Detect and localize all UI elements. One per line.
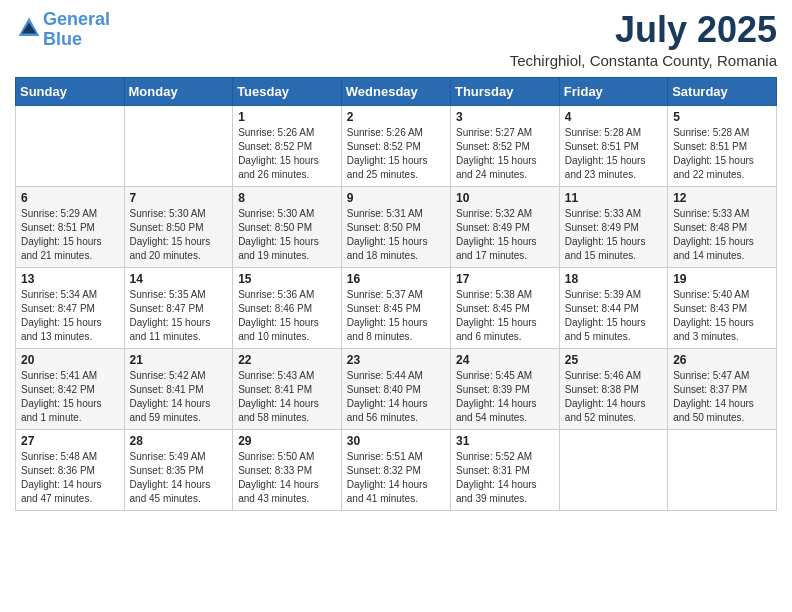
calendar-cell [559, 429, 667, 510]
logo-name2: Blue [43, 30, 110, 50]
cell-daylight-info: Sunrise: 5:47 AM Sunset: 8:37 PM Dayligh… [673, 369, 771, 425]
calendar-cell: 7Sunrise: 5:30 AM Sunset: 8:50 PM Daylig… [124, 186, 233, 267]
day-number: 28 [130, 434, 228, 448]
month-year-title: July 2025 [510, 10, 777, 50]
calendar-table: SundayMondayTuesdayWednesdayThursdayFrid… [15, 77, 777, 511]
calendar-cell: 16Sunrise: 5:37 AM Sunset: 8:45 PM Dayli… [341, 267, 450, 348]
calendar-week-row: 20Sunrise: 5:41 AM Sunset: 8:42 PM Dayli… [16, 348, 777, 429]
calendar-cell: 23Sunrise: 5:44 AM Sunset: 8:40 PM Dayli… [341, 348, 450, 429]
day-number: 2 [347, 110, 445, 124]
calendar-cell: 11Sunrise: 5:33 AM Sunset: 8:49 PM Dayli… [559, 186, 667, 267]
day-number: 23 [347, 353, 445, 367]
calendar-cell [16, 105, 125, 186]
cell-daylight-info: Sunrise: 5:30 AM Sunset: 8:50 PM Dayligh… [238, 207, 336, 263]
logo-name: General [43, 10, 110, 30]
day-number: 20 [21, 353, 119, 367]
cell-daylight-info: Sunrise: 5:33 AM Sunset: 8:49 PM Dayligh… [565, 207, 662, 263]
day-number: 15 [238, 272, 336, 286]
cell-daylight-info: Sunrise: 5:44 AM Sunset: 8:40 PM Dayligh… [347, 369, 445, 425]
calendar-cell [668, 429, 777, 510]
calendar-cell: 31Sunrise: 5:52 AM Sunset: 8:31 PM Dayli… [450, 429, 559, 510]
day-number: 6 [21, 191, 119, 205]
location-subtitle: Techirghiol, Constanta County, Romania [510, 52, 777, 69]
calendar-cell [124, 105, 233, 186]
calendar-cell: 27Sunrise: 5:48 AM Sunset: 8:36 PM Dayli… [16, 429, 125, 510]
day-number: 31 [456, 434, 554, 448]
calendar-cell: 12Sunrise: 5:33 AM Sunset: 8:48 PM Dayli… [668, 186, 777, 267]
day-number: 21 [130, 353, 228, 367]
day-number: 13 [21, 272, 119, 286]
calendar-cell: 4Sunrise: 5:28 AM Sunset: 8:51 PM Daylig… [559, 105, 667, 186]
cell-daylight-info: Sunrise: 5:26 AM Sunset: 8:52 PM Dayligh… [238, 126, 336, 182]
calendar-cell: 22Sunrise: 5:43 AM Sunset: 8:41 PM Dayli… [233, 348, 342, 429]
day-of-week-header: Wednesday [341, 77, 450, 105]
calendar-cell: 19Sunrise: 5:40 AM Sunset: 8:43 PM Dayli… [668, 267, 777, 348]
cell-daylight-info: Sunrise: 5:26 AM Sunset: 8:52 PM Dayligh… [347, 126, 445, 182]
day-number: 26 [673, 353, 771, 367]
cell-daylight-info: Sunrise: 5:48 AM Sunset: 8:36 PM Dayligh… [21, 450, 119, 506]
day-number: 11 [565, 191, 662, 205]
calendar-cell: 8Sunrise: 5:30 AM Sunset: 8:50 PM Daylig… [233, 186, 342, 267]
calendar-cell: 1Sunrise: 5:26 AM Sunset: 8:52 PM Daylig… [233, 105, 342, 186]
day-of-week-header: Tuesday [233, 77, 342, 105]
calendar-week-row: 6Sunrise: 5:29 AM Sunset: 8:51 PM Daylig… [16, 186, 777, 267]
day-number: 24 [456, 353, 554, 367]
calendar-cell: 20Sunrise: 5:41 AM Sunset: 8:42 PM Dayli… [16, 348, 125, 429]
calendar-cell: 24Sunrise: 5:45 AM Sunset: 8:39 PM Dayli… [450, 348, 559, 429]
calendar-cell: 3Sunrise: 5:27 AM Sunset: 8:52 PM Daylig… [450, 105, 559, 186]
cell-daylight-info: Sunrise: 5:45 AM Sunset: 8:39 PM Dayligh… [456, 369, 554, 425]
day-number: 17 [456, 272, 554, 286]
calendar-cell: 21Sunrise: 5:42 AM Sunset: 8:41 PM Dayli… [124, 348, 233, 429]
day-number: 9 [347, 191, 445, 205]
cell-daylight-info: Sunrise: 5:52 AM Sunset: 8:31 PM Dayligh… [456, 450, 554, 506]
day-number: 5 [673, 110, 771, 124]
cell-daylight-info: Sunrise: 5:43 AM Sunset: 8:41 PM Dayligh… [238, 369, 336, 425]
cell-daylight-info: Sunrise: 5:28 AM Sunset: 8:51 PM Dayligh… [565, 126, 662, 182]
cell-daylight-info: Sunrise: 5:35 AM Sunset: 8:47 PM Dayligh… [130, 288, 228, 344]
cell-daylight-info: Sunrise: 5:50 AM Sunset: 8:33 PM Dayligh… [238, 450, 336, 506]
title-area: July 2025 Techirghiol, Constanta County,… [510, 10, 777, 69]
cell-daylight-info: Sunrise: 5:37 AM Sunset: 8:45 PM Dayligh… [347, 288, 445, 344]
cell-daylight-info: Sunrise: 5:32 AM Sunset: 8:49 PM Dayligh… [456, 207, 554, 263]
day-number: 27 [21, 434, 119, 448]
day-number: 10 [456, 191, 554, 205]
logo: General Blue [15, 10, 110, 50]
cell-daylight-info: Sunrise: 5:33 AM Sunset: 8:48 PM Dayligh… [673, 207, 771, 263]
day-of-week-header: Sunday [16, 77, 125, 105]
cell-daylight-info: Sunrise: 5:30 AM Sunset: 8:50 PM Dayligh… [130, 207, 228, 263]
calendar-cell: 26Sunrise: 5:47 AM Sunset: 8:37 PM Dayli… [668, 348, 777, 429]
cell-daylight-info: Sunrise: 5:40 AM Sunset: 8:43 PM Dayligh… [673, 288, 771, 344]
calendar-cell: 15Sunrise: 5:36 AM Sunset: 8:46 PM Dayli… [233, 267, 342, 348]
cell-daylight-info: Sunrise: 5:31 AM Sunset: 8:50 PM Dayligh… [347, 207, 445, 263]
day-number: 7 [130, 191, 228, 205]
calendar-header-row: SundayMondayTuesdayWednesdayThursdayFrid… [16, 77, 777, 105]
calendar-cell: 9Sunrise: 5:31 AM Sunset: 8:50 PM Daylig… [341, 186, 450, 267]
cell-daylight-info: Sunrise: 5:36 AM Sunset: 8:46 PM Dayligh… [238, 288, 336, 344]
calendar-cell: 30Sunrise: 5:51 AM Sunset: 8:32 PM Dayli… [341, 429, 450, 510]
calendar-cell: 14Sunrise: 5:35 AM Sunset: 8:47 PM Dayli… [124, 267, 233, 348]
cell-daylight-info: Sunrise: 5:27 AM Sunset: 8:52 PM Dayligh… [456, 126, 554, 182]
page-header: General Blue July 2025 Techirghiol, Cons… [15, 10, 777, 69]
calendar-cell: 5Sunrise: 5:28 AM Sunset: 8:51 PM Daylig… [668, 105, 777, 186]
day-number: 1 [238, 110, 336, 124]
day-number: 12 [673, 191, 771, 205]
calendar-cell: 25Sunrise: 5:46 AM Sunset: 8:38 PM Dayli… [559, 348, 667, 429]
day-of-week-header: Friday [559, 77, 667, 105]
day-number: 25 [565, 353, 662, 367]
day-number: 30 [347, 434, 445, 448]
calendar-cell: 10Sunrise: 5:32 AM Sunset: 8:49 PM Dayli… [450, 186, 559, 267]
day-of-week-header: Saturday [668, 77, 777, 105]
calendar-week-row: 27Sunrise: 5:48 AM Sunset: 8:36 PM Dayli… [16, 429, 777, 510]
cell-daylight-info: Sunrise: 5:42 AM Sunset: 8:41 PM Dayligh… [130, 369, 228, 425]
cell-daylight-info: Sunrise: 5:41 AM Sunset: 8:42 PM Dayligh… [21, 369, 119, 425]
cell-daylight-info: Sunrise: 5:49 AM Sunset: 8:35 PM Dayligh… [130, 450, 228, 506]
cell-daylight-info: Sunrise: 5:28 AM Sunset: 8:51 PM Dayligh… [673, 126, 771, 182]
calendar-cell: 18Sunrise: 5:39 AM Sunset: 8:44 PM Dayli… [559, 267, 667, 348]
day-number: 4 [565, 110, 662, 124]
calendar-cell: 2Sunrise: 5:26 AM Sunset: 8:52 PM Daylig… [341, 105, 450, 186]
cell-daylight-info: Sunrise: 5:34 AM Sunset: 8:47 PM Dayligh… [21, 288, 119, 344]
day-number: 8 [238, 191, 336, 205]
cell-daylight-info: Sunrise: 5:38 AM Sunset: 8:45 PM Dayligh… [456, 288, 554, 344]
day-of-week-header: Monday [124, 77, 233, 105]
calendar-cell: 17Sunrise: 5:38 AM Sunset: 8:45 PM Dayli… [450, 267, 559, 348]
